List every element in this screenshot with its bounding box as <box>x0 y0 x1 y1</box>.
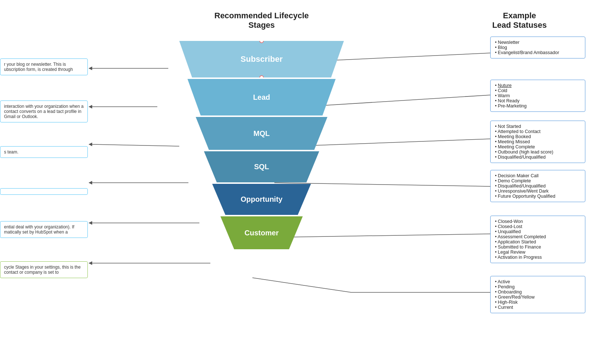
svg-marker-24 <box>89 261 92 265</box>
status-item: Pre-Marketing <box>495 103 581 109</box>
dot-right <box>351 57 355 61</box>
svg-marker-16 <box>89 105 92 109</box>
funnel-title-line1: Recommended Lifecycle <box>214 11 309 20</box>
status-item: Current <box>495 305 581 310</box>
status-list-mql: Not Started Attempted to Contact Meeting… <box>495 124 581 160</box>
status-box-sql: Decision Maker Call Demo Complete Disqua… <box>490 170 585 202</box>
status-box-subscriber: Newsletter Blog Evangelist/Brand Ambassa… <box>490 37 585 58</box>
status-item: Not Ready <box>495 98 581 103</box>
status-item: Assessment Completed <box>495 234 581 239</box>
right-title: Example Lead Statuses <box>450 11 589 30</box>
status-item: Unresponsive/Went Dark <box>495 189 581 194</box>
status-item: Application Started <box>495 239 581 244</box>
status-item: Decision Maker Call <box>495 173 581 178</box>
status-box-lead: Nuture Cold Warm Not Ready Pre-Marketing <box>490 80 585 112</box>
status-item: Demo Complete <box>495 178 581 183</box>
right-title-line1: Example <box>450 11 589 20</box>
status-item: Submitted to Finance <box>495 244 581 250</box>
status-item: Legal Review <box>495 250 581 255</box>
status-item: Nuture <box>495 83 581 88</box>
stage-customer-label: Customer <box>244 229 278 237</box>
status-item: Evangelist/Brand Ambassador <box>495 50 581 55</box>
stage-customer: Customer <box>216 216 307 249</box>
svg-marker-18 <box>89 143 92 146</box>
status-item: Unqualified <box>495 229 581 234</box>
status-item: Pending <box>495 284 581 289</box>
status-item: Green/Red/Yellow <box>495 295 581 300</box>
status-item: Warm <box>495 93 581 98</box>
status-item: Not Started <box>495 124 581 129</box>
desc-box-customer: cycle Stages in your settings, this is t… <box>0 261 88 278</box>
status-item: Closed-Lost <box>495 224 581 229</box>
status-item: Disqualified/Unqualified <box>495 183 581 189</box>
dot-top <box>259 39 264 43</box>
status-item: Disqualified/Unqualified <box>495 155 581 160</box>
center-panel: Recommended Lifecycle Stages Subscriber … <box>143 0 380 251</box>
desc-box-sql <box>0 188 88 195</box>
desc-lead-text: interaction with your organization when … <box>4 104 83 119</box>
stage-subscriber-label: Subscriber <box>241 54 283 64</box>
status-item: Newsletter <box>495 40 581 45</box>
stage-mql-label: MQL <box>254 129 270 138</box>
desc-customer-text: cycle Stages in your settings, this is t… <box>4 265 80 275</box>
main-container: r your blog or newsletter. This is ubscr… <box>0 0 589 364</box>
stage-opportunity: Opportunity <box>207 184 316 215</box>
desc-box-opportunity: ential deal with your organization). If … <box>0 221 88 238</box>
funnel-wrapper: Subscriber Lead MQL SQL Opportunity <box>143 41 380 251</box>
stage-sql: SQL <box>198 151 326 182</box>
status-item: Outbound (high lead score) <box>495 149 581 155</box>
desc-mql-text: s team. <box>4 149 18 155</box>
stage-mql: MQL <box>188 117 335 150</box>
status-item: Blog <box>495 45 581 50</box>
status-item: Closed-Won <box>495 219 581 224</box>
status-item: Active <box>495 279 581 284</box>
funnel-title-line2: Stages <box>214 20 309 30</box>
status-item: Activation in Progress <box>495 255 581 260</box>
desc-box-subscriber: r your blog or newsletter. This is ubscr… <box>0 58 88 75</box>
desc-subscriber-text: r your blog or newsletter. This is ubscr… <box>4 62 73 72</box>
status-box-customer: Active Pending Onboarding Green/Red/Yell… <box>490 276 585 313</box>
status-item: Future Opportunity Qualified <box>495 194 581 199</box>
status-item: Meeting Missed <box>495 139 581 144</box>
status-item: Onboarding <box>495 289 581 295</box>
status-item: High-Risk <box>495 300 581 305</box>
svg-line-10 <box>252 278 351 292</box>
stage-lead-label: Lead <box>253 93 270 102</box>
svg-marker-20 <box>89 181 92 185</box>
right-panel: Example Lead Statuses Newsletter Blog Ev… <box>450 0 589 34</box>
status-box-opportunity: Closed-Won Closed-Lost Unqualified Asses… <box>490 216 585 263</box>
svg-marker-14 <box>89 67 92 70</box>
status-list-lead: Nuture Cold Warm Not Ready Pre-Marketing <box>495 83 581 109</box>
desc-box-lead: interaction with your organization when … <box>0 101 88 122</box>
desc-opportunity-text: ential deal with your organization). If … <box>4 224 74 235</box>
desc-box-mql: s team. <box>0 146 88 158</box>
status-list-opportunity: Closed-Won Closed-Lost Unqualified Asses… <box>495 219 581 260</box>
status-list-customer: Active Pending Onboarding Green/Red/Yell… <box>495 279 581 310</box>
status-box-mql: Not Started Attempted to Contact Meeting… <box>490 121 585 163</box>
stage-subscriber: Subscriber <box>170 41 353 77</box>
stage-lead: Lead <box>179 79 344 115</box>
status-item: Meeting Complete <box>495 144 581 149</box>
right-title-line2: Lead Statuses <box>450 20 589 30</box>
dot-left <box>168 57 172 61</box>
stage-opportunity-label: Opportunity <box>241 195 282 204</box>
svg-marker-22 <box>89 221 92 225</box>
status-item: Cold <box>495 88 581 93</box>
stage-sql-label: SQL <box>254 163 269 171</box>
status-list-sql: Decision Maker Call Demo Complete Disqua… <box>495 173 581 199</box>
status-item: Attempted to Contact <box>495 129 581 134</box>
funnel-title: Recommended Lifecycle Stages <box>214 11 309 30</box>
status-item: Meeting Booked <box>495 134 581 139</box>
status-list-subscriber: Newsletter Blog Evangelist/Brand Ambassa… <box>495 40 581 55</box>
